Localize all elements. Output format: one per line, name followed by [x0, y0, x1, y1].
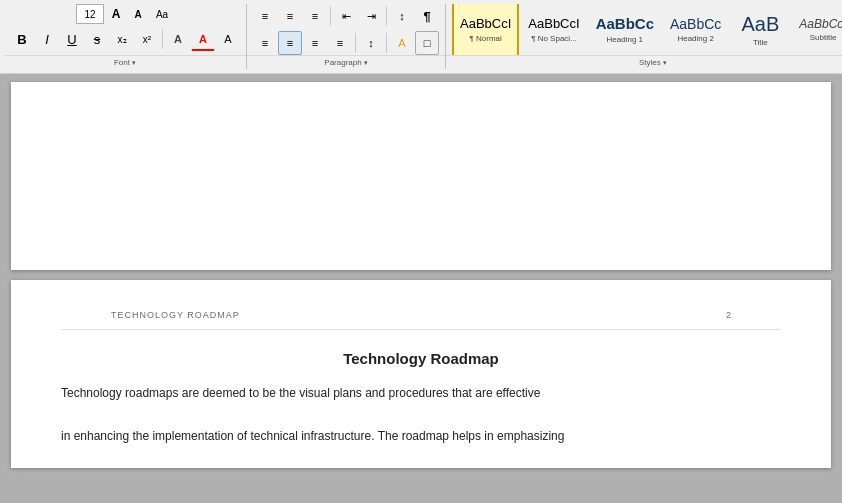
- number-list-btn[interactable]: ≡: [278, 4, 302, 28]
- strikethrough-btn[interactable]: s: [85, 27, 109, 51]
- toolbar: 12 A A Aa B I U s x₂ x² A A A Font ▾: [0, 0, 842, 74]
- align-left-btn[interactable]: ≡: [253, 31, 277, 55]
- document-heading: Technology Roadmap: [61, 350, 781, 367]
- style-heading1-preview: AaBbCc: [596, 15, 654, 33]
- text-highlight-btn[interactable]: A: [166, 27, 190, 51]
- font-size-up-btn[interactable]: A: [106, 4, 126, 24]
- style-heading1-label: Heading 1: [607, 35, 643, 44]
- style-title-label: Title: [753, 38, 768, 47]
- style-heading2-label: Heading 2: [677, 34, 713, 43]
- font-size-down-btn[interactable]: A: [128, 6, 148, 22]
- style-title-preview: AaB: [741, 12, 779, 36]
- styles-section: AaBbCcI ¶ Normal AaBbCcI ¶ No Spaci... A…: [446, 4, 842, 69]
- font-color-btn[interactable]: A: [191, 27, 215, 51]
- style-no-spacing-preview: AaBbCcI: [528, 16, 579, 32]
- style-subtitle-label: Subtitle: [810, 33, 837, 42]
- decrease-indent-btn[interactable]: ⇤: [334, 4, 358, 28]
- divider: [386, 6, 387, 26]
- align-right-btn[interactable]: ≡: [303, 31, 327, 55]
- show-formatting-btn[interactable]: ¶: [415, 4, 439, 28]
- align-justify-btn[interactable]: ≡: [328, 31, 352, 55]
- line-spacing-btn[interactable]: ↕: [359, 31, 383, 55]
- font-section-arrow[interactable]: ▾: [132, 59, 136, 67]
- style-subtitle-preview: AaBbCc.: [799, 17, 842, 31]
- style-normal-preview: AaBbCcI: [460, 16, 511, 32]
- font-size-input[interactable]: 12: [76, 4, 104, 24]
- style-no-spacing[interactable]: AaBbCcI ¶ No Spaci...: [521, 4, 586, 55]
- page-header: TECHNOLOGY ROADMAP 2: [61, 300, 781, 330]
- subscript-btn[interactable]: x₂: [110, 27, 134, 51]
- style-normal-label: ¶ Normal: [470, 34, 502, 43]
- font-section: 12 A A Aa B I U s x₂ x² A A A Font ▾: [4, 4, 247, 69]
- divider: [355, 33, 356, 53]
- body-paragraph-line1: Technology roadmaps are deemed to be the…: [61, 383, 781, 405]
- font-case-btn[interactable]: Aa: [150, 4, 174, 24]
- superscript-btn[interactable]: x²: [135, 27, 159, 51]
- style-no-spacing-label: ¶ No Spaci...: [531, 34, 577, 43]
- style-normal[interactable]: AaBbCcI ¶ Normal: [452, 4, 519, 55]
- sort-btn[interactable]: ↕: [390, 4, 414, 28]
- document-area: TECHNOLOGY ROADMAP 2 Technology Roadmap …: [0, 74, 842, 487]
- text-effects-btn[interactable]: A: [216, 27, 240, 51]
- increase-indent-btn[interactable]: ⇥: [359, 4, 383, 28]
- bullet-list-btn[interactable]: ≡: [253, 4, 277, 28]
- styles-section-arrow[interactable]: ▾: [663, 59, 667, 67]
- underline-btn[interactable]: U: [60, 27, 84, 51]
- style-heading1[interactable]: AaBbCc Heading 1: [589, 4, 661, 55]
- shading-btn[interactable]: A: [390, 31, 414, 55]
- paragraph-section-label: Paragraph ▾: [247, 55, 445, 69]
- font-section-label: Font ▾: [4, 55, 246, 69]
- page-1: [11, 82, 831, 270]
- multilevel-list-btn[interactable]: ≡: [303, 4, 327, 28]
- paragraph-section: ≡ ≡ ≡ ⇤ ⇥ ↕ ¶ ≡ ≡ ≡ ≡ ↕ A □: [247, 4, 446, 69]
- document-body: Technology roadmaps are deemed to be the…: [61, 383, 781, 448]
- style-title[interactable]: AaB Title: [730, 4, 790, 55]
- page-2: TECHNOLOGY ROADMAP 2 Technology Roadmap …: [11, 280, 831, 468]
- paragraph-section-arrow[interactable]: ▾: [364, 59, 368, 67]
- divider: [386, 33, 387, 53]
- border-btn[interactable]: □: [415, 31, 439, 55]
- divider: [330, 6, 331, 26]
- italic-btn[interactable]: I: [35, 27, 59, 51]
- style-subtitle[interactable]: AaBbCc. Subtitle: [792, 4, 842, 55]
- align-center-btn[interactable]: ≡: [278, 31, 302, 55]
- body-paragraph-line2: in enhancing the implementation of techn…: [61, 426, 781, 448]
- styles-section-label: Styles ▾: [446, 55, 842, 69]
- style-heading2[interactable]: AaBbCc Heading 2: [663, 4, 728, 55]
- divider: [162, 29, 163, 49]
- bold-btn[interactable]: B: [10, 27, 34, 51]
- page-number: 2: [726, 310, 731, 320]
- style-heading2-preview: AaBbCc: [670, 16, 721, 33]
- page-header-title: TECHNOLOGY ROADMAP: [111, 310, 240, 320]
